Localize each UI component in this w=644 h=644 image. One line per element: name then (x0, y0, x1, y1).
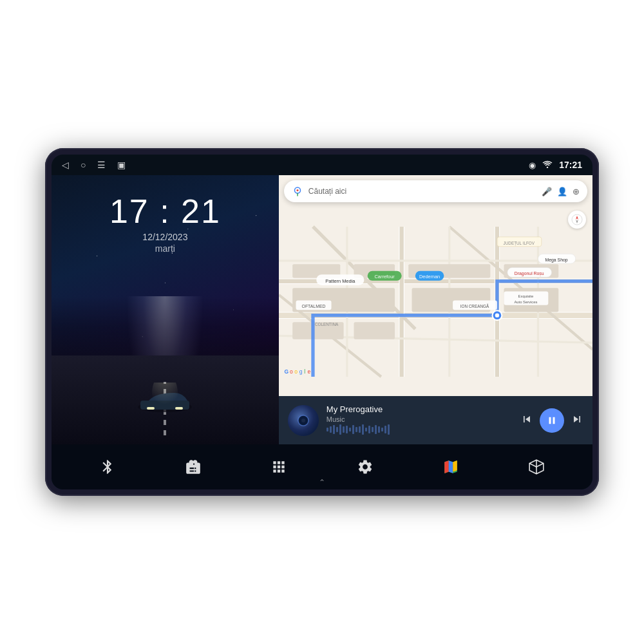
dock-bluetooth[interactable] (91, 451, 124, 483)
device-screen: ◁ ○ ☰ ▣ ◉ 17:21 (52, 155, 592, 489)
svg-text:Auto Services: Auto Services (514, 300, 537, 304)
menu-icon[interactable]: ☰ (97, 160, 106, 170)
map-search-action-icons: 🎤 👤 ⊕ (542, 187, 580, 196)
play-pause-button[interactable] (540, 408, 564, 433)
album-art (288, 405, 319, 436)
prev-track-button[interactable] (520, 413, 533, 428)
svg-point-58 (495, 314, 499, 317)
svg-text:Dedeman: Dedeman (419, 274, 440, 279)
map-search-placeholder: Căutați aici (308, 187, 536, 196)
svg-text:o: o (294, 368, 298, 375)
back-icon[interactable]: ◁ (62, 160, 69, 170)
svg-rect-30 (354, 322, 395, 339)
music-subtitle: Music (327, 415, 513, 423)
wifi-icon (542, 160, 553, 170)
music-waveform (327, 423, 513, 436)
layers-icon[interactable]: ⊕ (573, 187, 580, 196)
dock-maps[interactable] (435, 451, 467, 483)
road-scene (52, 296, 279, 444)
svg-text:Mega Shop: Mega Shop (545, 258, 567, 263)
bottom-dock: ⌃ (52, 444, 592, 489)
music-player: My Prerogative Music (279, 396, 592, 444)
status-bar: ◁ ○ ☰ ▣ ◉ 17:21 (52, 155, 592, 175)
clock-day: marți (109, 243, 221, 254)
mic-icon[interactable]: 🎤 (542, 187, 552, 196)
main-content: 17 : 21 12/12/2023 marți (52, 175, 592, 444)
dock-radio[interactable] (177, 451, 209, 483)
svg-text:ION CREANGĂ: ION CREANGĂ (460, 303, 489, 308)
music-info: My Prerogative Music (327, 404, 513, 436)
car-illustration (133, 383, 197, 415)
music-title: My Prerogative (327, 404, 513, 414)
status-indicators: ◉ 17:21 (529, 160, 582, 170)
svg-text:Exquisite: Exquisite (518, 294, 533, 298)
profile-icon[interactable]: 👤 (557, 187, 567, 196)
status-time: 17:21 (559, 160, 582, 170)
clock-display: 17 : 21 12/12/2023 marți (109, 194, 221, 254)
svg-text:G: G (284, 368, 289, 375)
svg-text:JUDEȚUL ILFOV: JUDEȚUL ILFOV (503, 241, 535, 246)
svg-text:g: g (299, 368, 303, 375)
svg-text:OFTALMED: OFTALMED (301, 304, 325, 308)
svg-text:l: l (304, 368, 305, 375)
nav-buttons: ◁ ○ ☰ ▣ (62, 160, 126, 170)
svg-text:Carrefour: Carrefour (374, 274, 395, 279)
home-icon[interactable]: ○ (80, 160, 86, 170)
svg-rect-4 (175, 407, 183, 410)
map-streets: Pattern Media Carrefour Dedeman OFTALMED… (279, 207, 592, 396)
clock-date: 12/12/2023 (109, 232, 221, 242)
svg-text:COLENTINA: COLENTINA (315, 322, 339, 327)
clock-time: 17 : 21 (109, 194, 221, 228)
svg-text:Dragonul Roșu: Dragonul Roșu (515, 271, 544, 276)
svg-text:o: o (290, 368, 293, 375)
album-art-svg (288, 405, 319, 436)
svg-text:Pattern Media: Pattern Media (325, 278, 355, 284)
dock-3d[interactable] (520, 451, 553, 483)
clock-panel: 17 : 21 12/12/2023 marți (52, 175, 279, 444)
car-head-unit: ◁ ○ ☰ ▣ ◉ 17:21 (45, 148, 599, 496)
next-track-button[interactable] (571, 413, 583, 428)
maps-icon (442, 459, 459, 475)
svg-text:e: e (307, 368, 310, 375)
right-panel: Pattern Media Carrefour Dedeman OFTALMED… (279, 175, 592, 444)
svg-rect-3 (147, 407, 155, 410)
dock-up-arrow[interactable]: ⌃ (319, 478, 325, 487)
google-maps-icon (292, 185, 303, 197)
map-background: Pattern Media Carrefour Dedeman OFTALMED… (279, 175, 592, 396)
recents-icon[interactable]: ▣ (117, 160, 126, 170)
map-section[interactable]: Pattern Media Carrefour Dedeman OFTALMED… (279, 175, 592, 396)
location-icon: ◉ (529, 160, 536, 170)
map-search-bar[interactable]: Căutați aici 🎤 👤 ⊕ (284, 180, 587, 202)
svg-point-60 (296, 189, 298, 191)
map-compass[interactable] (568, 211, 586, 229)
dock-apps[interactable] (263, 451, 295, 483)
svg-point-67 (301, 419, 305, 422)
dock-settings[interactable] (349, 451, 381, 483)
music-controls (520, 408, 583, 433)
